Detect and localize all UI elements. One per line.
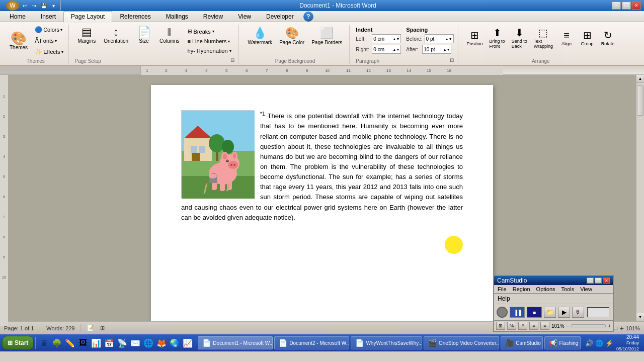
hyphenation-button[interactable]: hy- Hyphenation ▾ (185, 46, 234, 55)
office-button[interactable]: W (6, 1, 19, 11)
undo-button[interactable]: ↩ (21, 2, 29, 10)
camstudio-zoom-out[interactable]: − (567, 323, 570, 329)
tab-home[interactable]: Home (2, 11, 33, 22)
orientation-button[interactable]: ↕ Orientation (101, 25, 131, 46)
margins-button[interactable]: ▤ Margins (75, 25, 99, 46)
align-button[interactable]: ≡ Align (557, 28, 576, 48)
page-color-button[interactable]: 🎨 Page Color (277, 25, 307, 47)
camstudio-status-btn1[interactable]: ⊞ (496, 322, 505, 330)
redo-button[interactable]: ↪ (30, 2, 38, 10)
scroll-thumb[interactable] (637, 85, 643, 116)
camstudio-status-btn2[interactable]: % (507, 322, 516, 330)
tab-page-layout[interactable]: Page Layout (63, 11, 112, 23)
position-button[interactable]: ⊞ Position (464, 27, 486, 48)
powerpoint-icon[interactable]: 📊 (90, 337, 102, 349)
camstudio-record-button[interactable] (497, 307, 508, 318)
start-button[interactable]: ⊞ Start (2, 336, 34, 350)
help-button[interactable]: ? (303, 12, 313, 22)
calendar-icon[interactable]: 📅 (103, 337, 115, 349)
zoom-level[interactable]: 101% (626, 325, 640, 331)
scroll-down-button[interactable]: ▼ (636, 313, 644, 321)
taskbar-onestop[interactable]: 🎬 OneStop Video Converter... (424, 336, 499, 349)
before-input[interactable]: 0 pt ▲▼ (425, 34, 454, 43)
camstudio-btn-2[interactable]: ▐▐ (510, 307, 525, 318)
photo-icon[interactable]: 🖼 (77, 337, 89, 349)
after-input[interactable]: 10 pt ▲▼ (422, 45, 451, 54)
tree-icon[interactable]: 🌳 (51, 337, 63, 349)
page-borders-button[interactable]: ⬜ Page Borders (308, 25, 345, 47)
before-spinner[interactable]: ▲▼ (445, 37, 452, 41)
camstudio-status-btn3[interactable]: # (518, 322, 527, 330)
camstudio-restore[interactable]: ❐ (595, 278, 602, 284)
camstudio-btn-4[interactable]: 📁 (544, 307, 556, 318)
chart-icon[interactable]: 📈 (182, 337, 194, 349)
camstudio-options-menu[interactable]: Options (535, 286, 557, 293)
firefox-icon[interactable]: 🦊 (155, 337, 168, 349)
taskbar-why[interactable]: 📄 WhyWontThisSaveWhy... (351, 336, 422, 349)
breaks-button[interactable]: ⊞ Breaks ▾ (185, 27, 234, 36)
save-button[interactable]: 💾 (40, 2, 48, 10)
camstudio-help-menu[interactable]: Help (496, 295, 512, 303)
camstudio-controls[interactable]: – ❐ ✕ (587, 278, 610, 284)
tab-developer[interactable]: Developer (259, 11, 301, 22)
restore-button[interactable]: ❐ (622, 2, 631, 10)
send-to-back-button[interactable]: ⬇ Send toBack (509, 25, 530, 51)
close-button[interactable]: ✕ (632, 2, 641, 10)
quick-access-toolbar[interactable]: W ↩ ↪ 💾 ▾ (3, 1, 61, 11)
effects-button[interactable]: ✨ Effects ▾ (33, 47, 65, 57)
tab-review[interactable]: Review (196, 11, 230, 22)
camstudio-view-menu[interactable]: View (579, 286, 594, 293)
text-wrapping-button[interactable]: ⬚ TextWrapping (531, 25, 555, 51)
right-indent-spinner[interactable]: ▲▼ (392, 48, 399, 51)
rss-icon[interactable]: 📡 (116, 337, 128, 349)
after-spinner[interactable]: ▲▼ (443, 48, 450, 51)
scroll-up-button[interactable]: ▲ (636, 75, 644, 83)
group-button[interactable]: ⊞ Group (578, 27, 597, 48)
bring-to-front-button[interactable]: ⬆ Bring toFront (487, 25, 508, 51)
rotate-button[interactable]: ↻ Rotate (598, 27, 617, 48)
document-image[interactable] (181, 110, 254, 198)
tab-references[interactable]: References (112, 11, 158, 22)
tab-mailings[interactable]: Mailings (158, 11, 196, 22)
camstudio-zoom-in[interactable]: + (608, 323, 611, 329)
camstudio-btn-3[interactable]: ■ (527, 307, 542, 318)
size-button[interactable]: 📄 Size (133, 25, 154, 46)
ie-icon[interactable]: 🌐 (142, 337, 154, 349)
camstudio-minimize[interactable]: – (587, 278, 594, 284)
camstudio-close[interactable]: ✕ (603, 278, 610, 284)
camstudio-status-btn5[interactable]: ≡ (540, 322, 549, 330)
email-icon[interactable]: ✉️ (129, 337, 141, 349)
taskbar-doc1[interactable]: 📄 Document1 - Microsoft W... (198, 336, 273, 349)
page-setup-expand[interactable]: ⊡ (230, 57, 234, 63)
columns-button[interactable]: ⫴ Columns (156, 25, 182, 46)
colors-button[interactable]: 🔵 Colors ▾ (33, 25, 65, 35)
camstudio-zoom-slider[interactable] (571, 324, 606, 327)
left-indent-input[interactable]: 0 cm ▲▼ (372, 34, 401, 43)
camstudio-btn-6[interactable]: 🎙 (572, 307, 584, 318)
minimize-button[interactable]: – (612, 2, 621, 10)
line-numbers-button[interactable]: ≡ Line Numbers ▾ (185, 37, 234, 46)
chrome-icon[interactable]: 🌏 (169, 337, 181, 349)
taskbar-camstudio[interactable]: 🎥 CamStudio (501, 336, 542, 349)
paragraph-expand[interactable]: ⊡ (450, 57, 454, 63)
camstudio-status-btn4[interactable]: ≡ (529, 322, 538, 330)
show-desktop-icon[interactable]: 🖥 (38, 337, 50, 349)
fonts-button[interactable]: Ā Fonts ▾ (33, 36, 65, 46)
scroll-track[interactable] (636, 83, 644, 313)
right-indent-input[interactable]: 0 cm ▲▼ (372, 45, 401, 54)
camstudio-btn-5[interactable]: ▶ (558, 307, 570, 318)
themes-button[interactable]: 🎨 Themes (6, 29, 31, 53)
camstudio-region-menu[interactable]: Region (511, 286, 532, 293)
tab-view[interactable]: View (230, 11, 259, 22)
taskbar-flashing[interactable]: 📢 Flashing (544, 336, 581, 349)
camstudio-tools-menu[interactable]: Tools (560, 286, 576, 293)
customize-button[interactable]: ▾ (49, 2, 57, 10)
window-controls[interactable]: – ❐ ✕ (612, 2, 641, 10)
left-indent-spinner[interactable]: ▲▼ (392, 37, 399, 41)
camstudio-file-menu[interactable]: File (496, 286, 508, 293)
watermark-button[interactable]: 💧 Watermark (245, 25, 276, 47)
zoom-in-button[interactable]: + (620, 324, 624, 332)
tab-insert[interactable]: Insert (33, 11, 63, 22)
pen-icon[interactable]: ✏️ (64, 337, 76, 349)
right-scrollbar[interactable]: ▲ ▼ (636, 75, 644, 321)
